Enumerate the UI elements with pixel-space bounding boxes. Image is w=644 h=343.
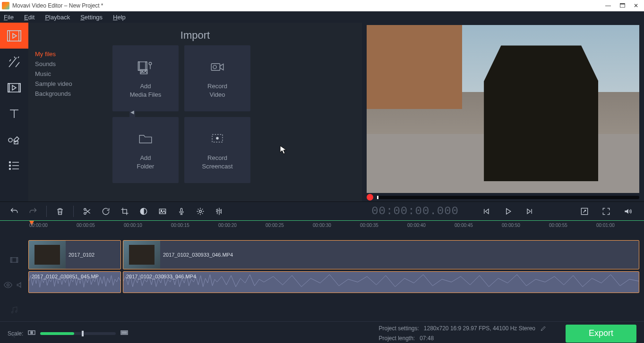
preview-scrubber[interactable] [377, 196, 639, 199]
svg-rect-18 [146, 62, 147, 71]
ruler-tick: 00:00:45 [455, 223, 473, 228]
prev-frame-button[interactable] [478, 203, 495, 220]
ruler-tick: 00:00:05 [77, 223, 95, 228]
ruler-tick: 00:00:30 [313, 223, 331, 228]
add-media-label: Add Media Files [130, 82, 161, 99]
collapse-handle[interactable]: ◀ [129, 98, 135, 126]
category-sounds[interactable]: Sounds [35, 59, 106, 69]
redo-button[interactable] [25, 203, 42, 220]
window-title: Movavi Video Editor – New Project * [12, 2, 103, 9]
rotate-button[interactable] [97, 203, 114, 220]
fullscreen-button[interactable] [598, 203, 615, 220]
music-track-icon[interactable] [9, 305, 19, 316]
video-clip-1[interactable]: 2017_0102 [28, 240, 121, 269]
maximize-button[interactable]: 🗖 [619, 2, 625, 9]
menu-settings[interactable]: Settings [80, 14, 103, 21]
color-adjust-button[interactable] [135, 203, 152, 220]
media-files-icon [136, 58, 155, 76]
menu-playback[interactable]: Playback [45, 14, 70, 21]
titles-tool[interactable] [0, 100, 28, 126]
detach-preview-button[interactable] [576, 203, 593, 220]
clip-properties-button[interactable] [154, 203, 171, 220]
split-button[interactable] [78, 203, 95, 220]
svg-rect-7 [19, 31, 21, 41]
menu-edit[interactable]: Edit [24, 14, 34, 21]
category-backgrounds[interactable]: Backgrounds [35, 89, 106, 99]
timeline: 2017_0102 2017_0102_030933_046.MP4 2017_… [0, 232, 644, 321]
zoom-in-icon[interactable] [120, 330, 128, 337]
audio-clip-2[interactable]: 2017_0102_030933_046.MP4 [123, 271, 639, 293]
audio-properties-button[interactable] [211, 203, 228, 220]
menu-file[interactable]: File [4, 14, 14, 21]
svg-point-11 [9, 138, 12, 142]
svg-rect-36 [17, 258, 18, 262]
audio-track-icon[interactable] [16, 280, 25, 291]
category-my-files[interactable]: My files [35, 49, 106, 59]
scale-slider[interactable] [40, 332, 116, 335]
play-button[interactable] [499, 203, 516, 220]
delete-button[interactable] [52, 203, 69, 220]
project-length-value: 07:48 [420, 335, 434, 342]
stickers-tool[interactable] [0, 126, 28, 152]
category-sample-video[interactable]: Sample video [35, 79, 106, 89]
clip-label: 2017_0102_030933_046.MP4 [160, 252, 236, 258]
category-music[interactable]: Music [35, 69, 106, 79]
import-title: Import [28, 23, 362, 45]
more-tool[interactable] [0, 152, 28, 178]
close-button[interactable]: ✕ [634, 2, 638, 9]
minimize-button[interactable]: — [605, 2, 611, 9]
clip-label: 2017_0102_030851_045.MP [32, 274, 99, 279]
status-bar: Scale: Project settings: 1280x720 16:9 2… [0, 321, 644, 343]
video-clip-2[interactable]: 2017_0102_030933_046.MP4 [123, 240, 639, 269]
add-folder-tile[interactable]: Add Folder [112, 117, 179, 183]
mute-track-icon[interactable] [9, 330, 19, 341]
menu-bar: File Edit Playback Settings Help [0, 11, 644, 23]
preview-viewport[interactable] [367, 25, 639, 193]
folder-icon [136, 129, 155, 148]
record-video-tile[interactable]: Record Video [184, 45, 250, 111]
app-icon [2, 2, 9, 9]
transitions-tool[interactable] [0, 75, 28, 100]
edit-settings-icon[interactable] [540, 325, 547, 333]
import-tool[interactable] [0, 23, 28, 49]
svg-rect-8 [8, 84, 20, 92]
svg-point-37 [7, 284, 9, 286]
volume-button[interactable] [619, 203, 636, 220]
preview-panel [362, 23, 644, 201]
camcorder-icon [208, 58, 227, 76]
svg-rect-43 [122, 332, 127, 334]
svg-point-13 [9, 161, 11, 163]
record-audio-button[interactable] [173, 203, 190, 220]
ruler-tick: 00:00:35 [360, 223, 378, 228]
project-settings-label: Project settings: [378, 325, 419, 333]
video-track-icon[interactable] [9, 255, 19, 266]
tool-sidebar [0, 23, 28, 201]
svg-rect-17 [138, 62, 140, 71]
screencast-icon [208, 129, 227, 148]
audio-clip-1[interactable]: 2017_0102_030851_045.MP [28, 271, 121, 293]
svg-rect-9 [8, 84, 9, 92]
import-category-list: My files Sounds Music Sample video Backg… [35, 45, 106, 183]
clip-label: 2017_0102 [66, 252, 97, 258]
filters-tool[interactable] [0, 49, 28, 75]
ruler-tick: 00:00:40 [407, 223, 426, 228]
add-media-tile[interactable]: Add Media Files [112, 45, 179, 111]
project-length-label: Project length: [378, 335, 415, 342]
undo-button[interactable] [6, 203, 23, 220]
clip-settings-button[interactable] [192, 203, 209, 220]
ruler-tick: 00:00:55 [549, 223, 567, 228]
svg-point-32 [199, 210, 202, 212]
zoom-out-icon[interactable] [28, 330, 35, 337]
svg-rect-41 [31, 332, 33, 334]
export-button[interactable]: Export [566, 325, 636, 343]
ruler-tick: 00:00:00 [29, 223, 48, 228]
visibility-icon[interactable] [3, 280, 13, 291]
crop-button[interactable] [116, 203, 133, 220]
timeline-ruler[interactable]: 00:00:0000:00:0500:00:1000:00:1500:00:20… [0, 220, 644, 232]
next-frame-button[interactable] [521, 203, 538, 220]
record-screencast-tile[interactable]: Record Screencast [184, 117, 250, 183]
add-folder-label: Add Folder [137, 154, 155, 170]
svg-rect-35 [11, 258, 12, 262]
menu-help[interactable]: Help [113, 14, 126, 21]
svg-point-38 [11, 311, 13, 313]
